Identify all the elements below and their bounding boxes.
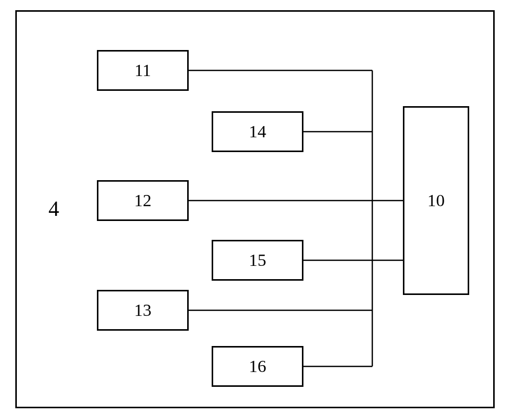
block-15: 15 — [212, 240, 303, 281]
diagram-canvas: 11 12 13 14 15 16 10 4 — [0, 0, 510, 420]
block-15-label: 15 — [249, 251, 266, 270]
block-12: 12 — [97, 180, 189, 221]
block-16: 16 — [212, 346, 303, 387]
diagram-label-4: 4 — [48, 196, 59, 221]
block-16-label: 16 — [249, 357, 266, 376]
block-11: 11 — [97, 50, 189, 91]
diagram-label-4-text: 4 — [48, 197, 59, 220]
block-13-label: 13 — [134, 301, 151, 320]
block-13: 13 — [97, 290, 189, 331]
block-10: 10 — [403, 106, 469, 295]
block-14-label: 14 — [249, 122, 266, 141]
block-14: 14 — [212, 111, 303, 152]
block-12-label: 12 — [134, 191, 151, 210]
block-11-label: 11 — [135, 61, 151, 80]
block-10-label: 10 — [427, 191, 445, 210]
